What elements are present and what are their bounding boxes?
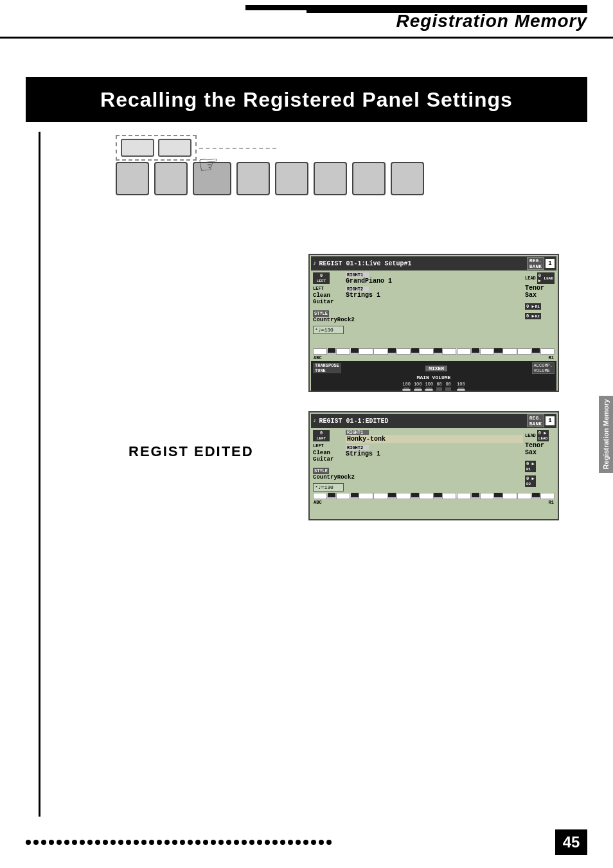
lcd1-right1-label: RIGHT1 (346, 272, 369, 278)
lcd1-r1-label: R1 (549, 355, 554, 360)
lcd1-r1-badge: 0 ▶R1 (525, 303, 541, 310)
section-heading-box: Recalling the Registered Panel Settings (26, 77, 587, 122)
lcd1-left-label: LEFT (317, 279, 326, 283)
large-button-7[interactable] (352, 162, 386, 195)
large-button-4[interactable] (236, 162, 270, 195)
lcd2-right2-instrument: Strings 1 (346, 450, 523, 457)
lcd2-r1-badge: 0 ▶R1 (525, 461, 536, 472)
lcd2-right1-label: RIGHT1 (346, 430, 369, 435)
screen-display-2: ♪ REGIST 01-1:EDITED REG.BANK 1 0LEFT LE… (308, 411, 559, 520)
lcd1-style-label: STYLE (313, 310, 329, 317)
large-button-5[interactable] (275, 162, 308, 195)
lcd1-style-name: CountryRock2 (313, 317, 344, 323)
hand-cursor-icon: ☞ (197, 150, 221, 180)
page-number: 45 (555, 829, 587, 855)
lcd1-accomp-volume: ACCOMP.VOLUME (532, 362, 555, 374)
lcd2-keyboard-strip (313, 493, 555, 499)
lcd1-lead-label: LEAD (525, 276, 536, 281)
lcd1-left-badge-num: 0LEFT (313, 272, 330, 284)
lcd2-r1-label: R1 (549, 500, 554, 505)
regist-edited-label: REGIST EDITED (129, 443, 254, 460)
lcd2-title: REGIST 01-1:EDITED (319, 418, 388, 425)
lcd2-style-name: CountryRock2 (313, 474, 344, 481)
lcd2-lead-label: LEAD (525, 433, 536, 438)
left-vertical-line (39, 132, 40, 817)
lcd1-left-section-label: LEFT (313, 286, 344, 291)
lcd1-left-instrument: Clean Guitar (313, 292, 344, 305)
lcd2-reg-bank-label: REG.BANK (527, 414, 544, 427)
lcd1-topbar: ♪ REGIST 01-1:Live Setup#1 REG.BANK 1 (311, 256, 556, 270)
lcd2-topbar: ♪ REGIST 01-1:EDITED REG.BANK 1 (311, 414, 556, 428)
lcd2-right2-label: RIGHT2 (346, 445, 369, 450)
dotted-line (199, 148, 276, 149)
page-title: Registration Memory (396, 11, 588, 31)
lcd1-mixer-section: TRANSPOSETUNE MIXER ACCOMP.VOLUME MAIN V… (311, 361, 556, 392)
lcd2-lead-instrument: Tenor Sax (525, 442, 555, 456)
bottom-dots (26, 840, 555, 845)
lcd1-tempo: *♩=130 (313, 326, 344, 334)
lcd2-abc-r1-row: ABC R1 (311, 500, 556, 505)
lcd2-abc-label: ABC (314, 500, 322, 505)
lcd1-right2-label: RIGHT2 (346, 287, 369, 292)
lcd1-mixer-label: MIXER (425, 366, 447, 371)
large-button-1[interactable] (116, 162, 149, 195)
lcd1-num-badge: 1 (546, 259, 555, 268)
lcd2-left-instrument: Clean Guitar (313, 450, 344, 463)
header-black-bar (306, 6, 587, 13)
lcd1-right1-instrument: GrandPiano 1 (346, 278, 523, 285)
lcd1-main-volume-label: MAIN VOLUME (313, 375, 555, 380)
lcd1-abc-label: ABC (314, 355, 322, 360)
lcd2-left-label: LEFT (313, 443, 344, 448)
sidebar-tab: Registration Memory (599, 396, 613, 473)
lcd1-reg-bank-label: REG.BANK (527, 257, 544, 270)
small-button-2[interactable] (158, 139, 191, 157)
lcd1-music-icon: ♪ (313, 260, 316, 267)
large-button-2[interactable] (154, 162, 188, 195)
small-button-1[interactable] (121, 139, 154, 157)
lcd2-right1-instrument: Honky-tonk (346, 435, 523, 443)
large-button-8[interactable] (391, 162, 424, 195)
lcd1-lead-badge: 0 ▶LEAD (537, 272, 555, 284)
lcd1-abc-r1-row: ABC R1 (311, 355, 556, 360)
lcd1-keyboard-strip (313, 348, 555, 355)
bottom-bar: 45 (0, 829, 613, 855)
lcd1-right2-instrument: Strings 1 (346, 292, 523, 299)
lcd2-lead-badge: 0 ▶LEAD (537, 430, 549, 441)
lcd1-lead-instrument: Tenor Sax (525, 285, 555, 299)
section-heading-text: Recalling the Registered Panel Settings (100, 88, 513, 112)
button-area-illustration: ☞ (116, 135, 424, 225)
lcd1-transpose-tune: TRANSPOSETUNE (313, 363, 341, 373)
screen-display-1: ♪ REGIST 01-1:Live Setup#1 REG.BANK 1 0L… (308, 254, 559, 392)
lcd2-left-badge: 0LEFT (313, 430, 330, 441)
lcd1-r2-badge: 0 ▶R2 (525, 313, 541, 319)
lcd2-style-label: STYLE (313, 468, 329, 474)
lcd2-num-badge: 1 (546, 416, 555, 425)
sidebar-tab-text: Registration Memory (602, 399, 610, 469)
lcd1-title: REGIST 01-1:Live Setup#1 (319, 260, 411, 267)
large-button-6[interactable] (314, 162, 347, 195)
lcd2-music-icon: ♪ (313, 418, 316, 424)
header-bar: Registration Memory (0, 0, 613, 39)
lcd2-tempo: *♩=130 (313, 483, 344, 492)
lcd1-sliders: 100 100 100 (313, 382, 555, 392)
large-btn-row: ☞ (116, 162, 424, 195)
small-btn-outline (116, 135, 197, 161)
lcd2-r2-badge: 0 ▶R2 (525, 475, 536, 487)
